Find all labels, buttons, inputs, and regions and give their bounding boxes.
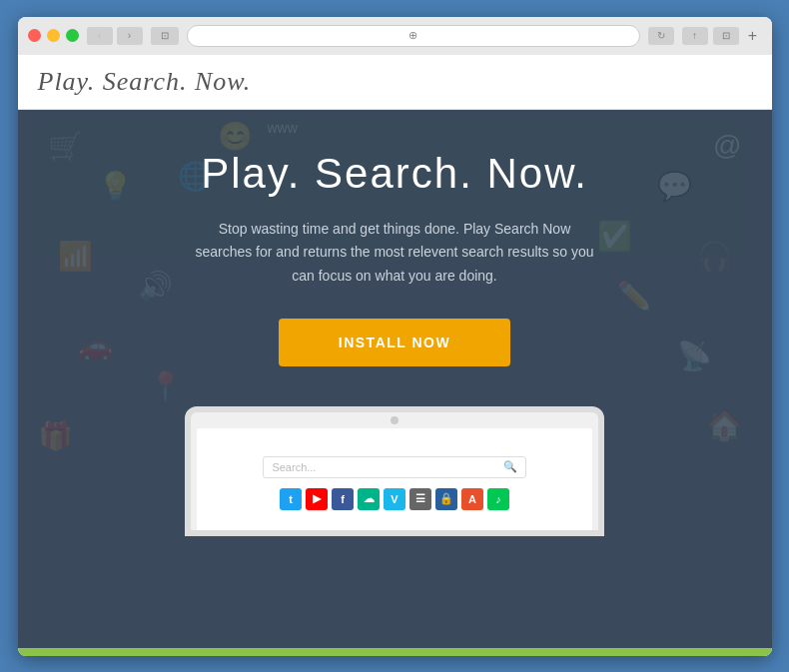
address-bar-icon: ⊕ [408, 29, 417, 42]
bg-icon: 📶 [58, 240, 93, 273]
browser-titlebar: ‹ › ⊡ ⊕ ↻ ↑ ⊡ + [28, 25, 762, 47]
device-search-bar: Search... 🔍 [263, 456, 525, 478]
bg-icon: 🔊 [138, 270, 173, 303]
device-search-icon: 🔍 [503, 460, 517, 473]
bg-icon: 🎁 [38, 419, 73, 452]
hero-section: 🛒 💡 📶 🔊 🚗 📍 🎁 🌐 @ 💬 🎧 ✏️ 📡 ✅ 🏠 😊 www [18, 110, 772, 648]
site-logo: Play. Search. Now. [38, 67, 752, 97]
device-search-placeholder: Search... [272, 461, 496, 473]
twitter-icon: t [280, 488, 302, 510]
browser-window: ‹ › ⊡ ⊕ ↻ ↑ ⊡ + Play. Search [18, 17, 772, 656]
device-icons-row: t ▶ f ☁ V ☰ 🔒 A ♪ [280, 488, 509, 510]
soundcloud-icon: ☁ [358, 488, 380, 510]
share-button[interactable]: ↑ [682, 27, 708, 45]
app-icon-5: ☰ [409, 488, 431, 510]
app-icon-7: A [461, 488, 483, 510]
address-bar-row: ⊕ [187, 25, 640, 47]
bg-icon: 🎧 [697, 240, 732, 273]
hero-content: Play. Search. Now. Stop wasting time and… [175, 110, 614, 386]
back-button[interactable]: ‹ [87, 27, 113, 45]
browser-chrome: ‹ › ⊡ ⊕ ↻ ↑ ⊡ + [18, 17, 772, 55]
maximize-button[interactable] [66, 29, 79, 42]
install-now-button[interactable]: INSTALL NOW [279, 319, 510, 366]
browser-content: Play. Search. Now. 🛒 💡 📶 🔊 🚗 📍 🎁 🌐 @ 💬 🎧… [18, 55, 772, 656]
device-camera [391, 416, 398, 424]
new-tab-button[interactable]: + [744, 27, 762, 45]
fullscreen-button[interactable]: ⊡ [713, 27, 739, 45]
bg-icon: 🏠 [707, 409, 742, 442]
hero-subtitle: Stop wasting time and get things done. P… [195, 218, 594, 289]
traffic-lights [28, 29, 79, 42]
toolbar-right: ↑ ⊡ + [682, 27, 762, 45]
forward-button[interactable]: › [117, 27, 143, 45]
bottom-accent-bar [18, 648, 772, 656]
device-screen: Search... 🔍 t ▶ f ☁ V ☰ 🔒 A ♪ [197, 428, 592, 536]
close-button[interactable] [28, 29, 41, 42]
bg-icon: @ [713, 130, 741, 162]
bg-icon: 🛒 [48, 130, 83, 163]
tab-view-button[interactable]: ⊡ [151, 27, 179, 45]
hero-title: Play. Search. Now. [195, 150, 594, 198]
refresh-button[interactable]: ↻ [648, 27, 674, 45]
youtube-icon: ▶ [306, 488, 328, 510]
vimeo-icon: V [384, 488, 405, 510]
facebook-icon: f [332, 488, 354, 510]
bg-icon: 📡 [677, 339, 712, 372]
bg-icon: 🚗 [78, 330, 113, 362]
minimize-button[interactable] [47, 29, 60, 42]
spotify-icon: ♪ [487, 488, 509, 510]
bg-icon: ✏️ [617, 280, 652, 313]
bg-icon: 💡 [98, 170, 133, 203]
address-bar[interactable]: ⊕ [187, 25, 640, 47]
device-frame: Search... 🔍 t ▶ f ☁ V ☰ 🔒 A ♪ [185, 406, 604, 536]
bg-icon: 💬 [657, 170, 692, 203]
app-icon-6: 🔒 [435, 488, 457, 510]
nav-buttons: ‹ › [87, 27, 143, 45]
device-mockup: Search... 🔍 t ▶ f ☁ V ☰ 🔒 A ♪ [185, 406, 604, 536]
site-header: Play. Search. Now. [18, 55, 772, 110]
